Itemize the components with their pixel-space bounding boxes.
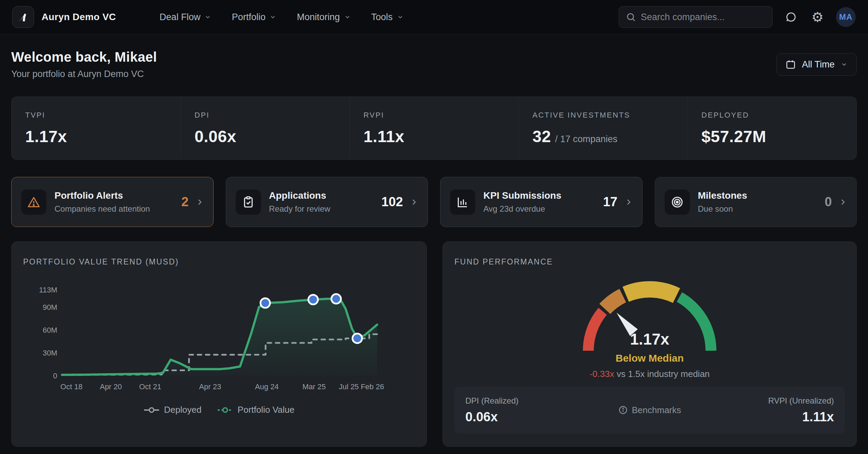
avatar[interactable]: MA (836, 7, 856, 27)
chevron-down-icon (397, 14, 404, 20)
kpi-sub-value: / 17 companies (555, 134, 617, 145)
info-icon (618, 405, 628, 415)
chart-panels: PORTFOLIO VALUE TREND (MUSD) 030M60M90M1… (11, 241, 857, 447)
alert-count-badge: 2 (181, 195, 188, 209)
bar-chart-icon (456, 196, 469, 209)
rvpi-label: RVPI (Unrealized) (768, 396, 834, 406)
welcome-row: Welcome back, Mikael Your portfolio at A… (11, 49, 857, 79)
nav-label: Deal Flow (159, 12, 200, 22)
applications-card[interactable]: Applications Ready for review 102 (226, 177, 428, 227)
topbar-actions: ⚙ MA (619, 6, 856, 28)
warning-triangle-icon (27, 196, 40, 209)
legend-marker-deployed (143, 407, 160, 413)
milestones-count-badge: 0 (825, 195, 832, 209)
kpi-value: 1.11x (363, 127, 404, 146)
gauge-value: 1.17x (454, 330, 845, 348)
brand-name: Auryn Demo VC (42, 12, 116, 22)
svg-text:Mar 25: Mar 25 (303, 382, 326, 391)
chevron-right-icon (196, 198, 204, 206)
gauge-delta-value: -0.33x (590, 369, 614, 379)
benchmarks-wrap: Benchmarks (568, 405, 732, 415)
auryn-logo-icon (16, 10, 30, 24)
action-title: Milestones (698, 190, 825, 201)
kpi-submissions-card[interactable]: KPI Submissions Avg 23d overdue 17 (440, 177, 642, 227)
action-title: Portfolio Alerts (55, 190, 181, 201)
action-text: KPI Submissions Avg 23d overdue (483, 190, 603, 214)
clipboard-check-icon (242, 196, 255, 209)
chat-bubble-icon (785, 11, 797, 23)
nav-label: Portfolio (232, 12, 265, 22)
benchmarks-button[interactable]: Benchmarks (618, 405, 681, 415)
kpi-rvpi: RVPI 1.11x (350, 97, 518, 160)
nav-item-tools[interactable]: Tools (371, 12, 404, 22)
action-subtitle: Due soon (698, 204, 825, 214)
action-title: Applications (269, 190, 382, 201)
kpi-value: 0.06x (195, 127, 236, 146)
target-icon (671, 196, 684, 209)
svg-text:0: 0 (53, 372, 57, 380)
legend-item-deployed[interactable]: Deployed (143, 405, 201, 415)
nav-item-deal-flow[interactable]: Deal Flow (159, 12, 211, 22)
milestones-icon-tile (665, 190, 690, 215)
benchmarks-label: Benchmarks (632, 405, 681, 415)
search-input[interactable] (641, 12, 765, 22)
milestones-card[interactable]: Milestones Due soon 0 (655, 177, 857, 227)
action-text: Milestones Due soon (698, 190, 825, 214)
dashboard: Welcome back, Mikael Your portfolio at A… (0, 49, 868, 447)
action-cards: Portfolio Alerts Companies need attentio… (11, 177, 857, 227)
portfolio-trend-chart: 030M60M90M113MOct 18Apr 20Oct 21Apr 23Au… (23, 277, 416, 394)
svg-text:Oct 18: Oct 18 (60, 382, 82, 391)
kpi-label: DPI (195, 111, 336, 120)
kpi-tvpi: TVPI 1.17x (12, 97, 181, 160)
app-logo[interactable] (12, 6, 34, 28)
chevron-right-icon (839, 198, 847, 206)
chevron-right-icon (410, 198, 418, 206)
action-subtitle: Companies need attention (55, 204, 181, 214)
kpi-label: RVPI (363, 111, 505, 120)
nav-item-portfolio[interactable]: Portfolio (232, 12, 276, 22)
kpi-dpi: DPI 0.06x (181, 97, 350, 160)
legend-item-portfolio-value[interactable]: Portfolio Value (217, 405, 294, 415)
time-filter-button[interactable]: All Time (776, 53, 857, 76)
gear-icon: ⚙ (811, 10, 824, 24)
portfolio-alerts-card[interactable]: Portfolio Alerts Companies need attentio… (11, 177, 214, 227)
applications-count-badge: 102 (382, 195, 403, 209)
svg-text:60M: 60M (43, 326, 57, 334)
nav-item-monitoring[interactable]: Monitoring (297, 12, 351, 22)
gauge-status-label: Below Median (454, 352, 845, 364)
legend-marker-portfolio-value (217, 407, 233, 413)
svg-text:Aug 24: Aug 24 (255, 382, 279, 391)
svg-text:Apr 20: Apr 20 (100, 382, 122, 391)
chevron-right-icon (624, 198, 633, 206)
alert-icon-tile (21, 190, 46, 215)
kpi-value: 1.17x (25, 127, 67, 146)
kpi-active-investments: ACTIVE INVESTMENTS 32 / 17 companies (518, 97, 687, 160)
dpi-value: 0.06x (465, 410, 568, 424)
action-subtitle: Avg 23d overdue (483, 204, 603, 214)
legend-label: Portfolio Value (237, 405, 294, 415)
dpi-label: DPI (Realized) (465, 396, 568, 406)
gauge-delta-line: -0.33x vs 1.5x industry median (454, 369, 845, 379)
rvpi-block: RVPI (Unrealized) 1.11x (732, 396, 834, 424)
settings-button[interactable]: ⚙ (809, 9, 826, 25)
nav-label: Monitoring (297, 12, 340, 22)
chevron-down-icon (841, 61, 848, 68)
rvpi-value: 1.11x (802, 410, 834, 424)
action-title: KPI Submissions (483, 190, 603, 201)
svg-text:30M: 30M (43, 349, 57, 357)
svg-text:Jul 25: Jul 25 (339, 382, 359, 391)
gauge-chart (454, 270, 845, 382)
search-box (619, 6, 773, 28)
svg-text:90M: 90M (43, 303, 57, 312)
gauge-delta-note: vs 1.5x industry median (617, 369, 710, 379)
main-nav: Deal Flow Portfolio Monitoring Tools (159, 12, 403, 22)
chart-legend: Deployed Portfolio Value (23, 405, 415, 415)
svg-text:Apr 23: Apr 23 (199, 382, 221, 391)
chat-button[interactable] (783, 9, 799, 25)
page-title: Welcome back, Mikael (11, 49, 157, 65)
kpi-value: 32 (532, 127, 551, 146)
fund-gauge: 1.17x Below Median -0.33x vs 1.5x indust… (454, 270, 845, 382)
kpi-submissions-icon-tile (450, 190, 475, 215)
action-text: Applications Ready for review (269, 190, 382, 214)
kpi-label: DEPLOYED (701, 111, 843, 120)
